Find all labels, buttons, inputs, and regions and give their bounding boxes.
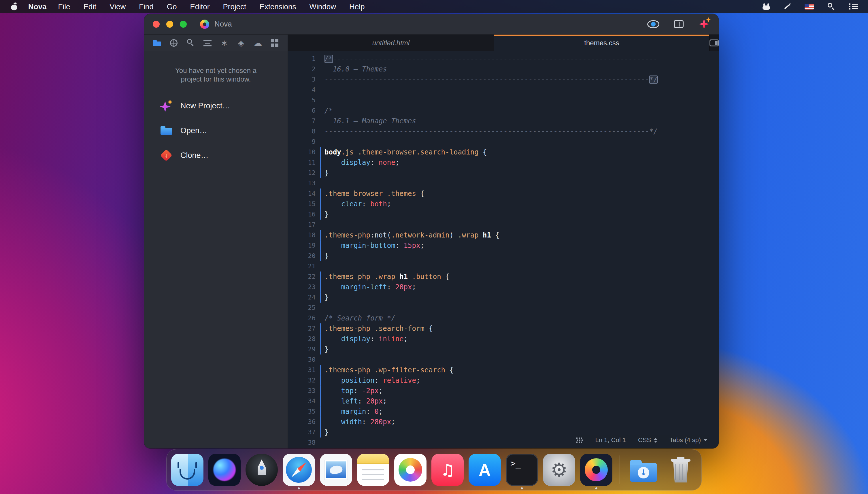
menu-item-edit[interactable]: Edit <box>83 2 96 11</box>
dock-notes-icon[interactable] <box>357 454 389 486</box>
cursor-position[interactable]: Ln 1, Col 1 <box>595 436 626 444</box>
menu-item-find[interactable]: Find <box>139 2 154 11</box>
dock-safari-icon[interactable] <box>283 454 315 486</box>
dock-appstore-icon[interactable]: A <box>468 454 501 486</box>
dock-nova-icon[interactable] <box>580 454 612 486</box>
code-line-1[interactable]: 1/*-------------------------------------… <box>288 54 719 64</box>
code-line-19[interactable]: 19 margin-bottom: 15px; <box>288 240 719 251</box>
dock-downloads-icon[interactable]: ↓ <box>628 454 660 486</box>
menu-item-extensions[interactable]: Extensions <box>259 2 296 11</box>
menu-extra-icon[interactable] <box>763 3 770 10</box>
minimize-button[interactable] <box>166 21 173 28</box>
code-line-11[interactable]: 11 display: none; <box>288 157 719 168</box>
dock-mail-icon[interactable] <box>320 454 352 486</box>
code-line-7[interactable]: 7 16.1 — Manage Themes <box>288 116 719 126</box>
code-text: ----------------------------------------… <box>321 74 658 85</box>
code-line-26[interactable]: 26/* Search form */ <box>288 313 719 323</box>
code-line-10[interactable]: 10body.js .theme-browser.search-loading … <box>288 147 719 157</box>
menu-item-editor[interactable]: Editor <box>190 2 210 11</box>
code-line-30[interactable]: 30 <box>288 355 719 365</box>
zoom-button[interactable] <box>180 21 187 28</box>
dock-trash-icon[interactable] <box>664 454 697 486</box>
apps-grid-icon[interactable] <box>269 38 280 48</box>
line-number: 9 <box>288 137 315 147</box>
symbols-list-icon[interactable] <box>202 38 213 48</box>
code-text: } <box>321 209 329 220</box>
dock-launchpad-icon[interactable] <box>246 454 278 486</box>
tab-untitled-html[interactable]: untitled.html <box>288 35 494 51</box>
remote-globe-icon[interactable] <box>169 38 179 48</box>
dock-terminal-icon[interactable]: >_ <box>506 454 538 486</box>
code-line-13[interactable]: 13 <box>288 178 719 189</box>
preview-eye-icon[interactable] <box>647 20 659 28</box>
sidebar-item-new-project[interactable]: New Project… <box>160 96 272 116</box>
notification-list-icon[interactable] <box>849 3 858 10</box>
code-line-31[interactable]: 31.themes-php .wp-filter-search { <box>288 365 719 375</box>
editor-layout-icon[interactable] <box>710 39 719 46</box>
wand-icon[interactable] <box>783 3 791 11</box>
code-line-15[interactable]: 15 clear: both; <box>288 199 719 209</box>
code-line-35[interactable]: 35 margin: 0; <box>288 406 719 417</box>
tab-themes-css[interactable]: themes.css <box>494 35 709 51</box>
close-button[interactable] <box>153 21 160 28</box>
language-selector[interactable]: CSS <box>638 436 657 444</box>
extensions-diamond-icon[interactable]: ◈ <box>236 38 246 48</box>
indentation-selector[interactable]: Tabs (4 sp) <box>670 436 707 444</box>
spotlight-search-icon[interactable] <box>827 2 836 11</box>
code-line-8[interactable]: 8---------------------------------------… <box>288 126 719 137</box>
code-line-3[interactable]: 3---------------------------------------… <box>288 74 719 85</box>
menu-item-file[interactable]: File <box>58 2 70 11</box>
search-icon[interactable] <box>186 38 196 48</box>
dock-finder-icon[interactable] <box>171 454 204 486</box>
code-area[interactable]: 1/*-------------------------------------… <box>288 51 719 449</box>
code-line-34[interactable]: 34 left: 20px; <box>288 396 719 406</box>
code-line-24[interactable]: 24} <box>288 292 719 303</box>
menu-item-window[interactable]: Window <box>309 2 336 11</box>
asterisk-icon[interactable]: ∗ <box>219 38 229 48</box>
code-line-12[interactable]: 12} <box>288 168 719 178</box>
files-folder-icon[interactable] <box>152 38 162 48</box>
editor-split-icon[interactable] <box>674 20 683 28</box>
menu-app-name[interactable]: Nova <box>28 2 47 11</box>
line-number: 37 <box>288 427 315 438</box>
dock-sysprefs-icon[interactable]: ⚙ <box>543 454 575 486</box>
menu-item-go[interactable]: Go <box>167 2 177 11</box>
menu-item-help[interactable]: Help <box>349 2 365 11</box>
symbols-grid-icon[interactable] <box>576 438 583 443</box>
sidebar-item-clone[interactable]: Clone… <box>160 145 272 166</box>
code-line-14[interactable]: 14.theme-browser .themes { <box>288 189 719 199</box>
code-line-18[interactable]: 18.themes-php:not(.network-admin) .wrap … <box>288 230 719 240</box>
dock-photos-icon[interactable] <box>394 454 426 486</box>
code-line-27[interactable]: 27.themes-php .search-form { <box>288 323 719 334</box>
us-input-source-flag[interactable] <box>805 4 814 10</box>
code-editor[interactable]: 1/*-------------------------------------… <box>288 51 719 449</box>
code-line-5[interactable]: 5 <box>288 95 719 106</box>
line-number: 25 <box>288 303 315 313</box>
code-line-36[interactable]: 36 width: 280px; <box>288 417 719 427</box>
code-line-25[interactable]: 25 <box>288 303 719 313</box>
code-line-16[interactable]: 16} <box>288 209 719 220</box>
code-line-2[interactable]: 2 16.0 — Themes <box>288 64 719 74</box>
code-line-23[interactable]: 23 margin-left: 20px; <box>288 282 719 292</box>
code-line-4[interactable]: 4 <box>288 85 719 95</box>
code-line-29[interactable]: 29} <box>288 344 719 355</box>
menu-item-project[interactable]: Project <box>223 2 246 11</box>
apple-menu-icon[interactable] <box>11 3 17 11</box>
code-line-22[interactable]: 22.themes-php .wrap h1 .button { <box>288 271 719 282</box>
dock-siri-icon[interactable] <box>208 454 240 486</box>
code-line-28[interactable]: 28 display: inline; <box>288 334 719 344</box>
cloud-icon[interactable]: ☁ <box>253 38 263 48</box>
code-line-33[interactable]: 33 top: -2px; <box>288 386 719 396</box>
code-line-6[interactable]: 6/*-------------------------------------… <box>288 106 719 116</box>
menu-item-view[interactable]: View <box>110 2 126 11</box>
dock-music-icon[interactable]: ♫ <box>431 454 464 486</box>
code-line-9[interactable]: 9 <box>288 137 719 147</box>
line-number: 1 <box>288 54 315 64</box>
code-line-21[interactable]: 21 <box>288 261 719 271</box>
nova-sparkle-icon[interactable] <box>698 18 710 30</box>
code-line-32[interactable]: 32 position: relative; <box>288 375 719 386</box>
sidebar-item-open[interactable]: Open… <box>160 120 272 141</box>
code-line-20[interactable]: 20} <box>288 251 719 261</box>
window-titlebar[interactable]: Nova <box>144 14 719 35</box>
code-line-17[interactable]: 17 <box>288 220 719 230</box>
